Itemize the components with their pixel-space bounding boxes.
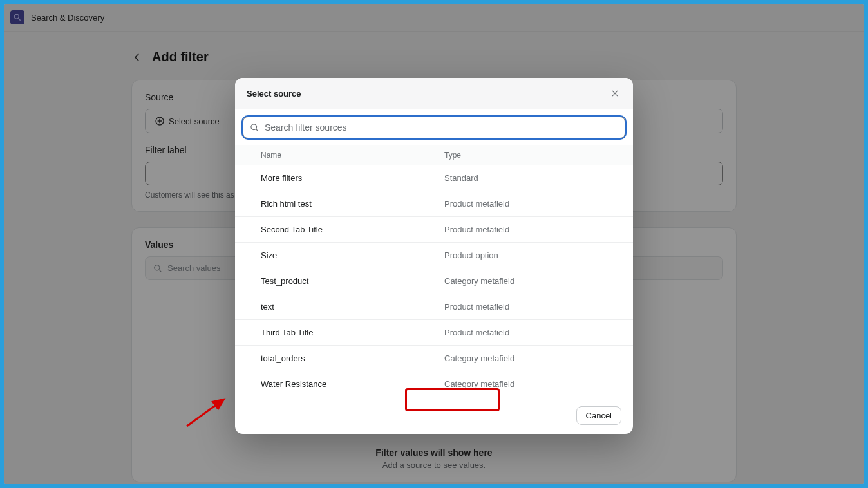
source-row-name: Third Tab Title	[261, 328, 444, 337]
source-row[interactable]: More filtersStandard	[235, 165, 633, 191]
col-header-type: Type	[444, 151, 621, 160]
col-header-name: Name	[261, 151, 444, 160]
close-icon[interactable]	[609, 87, 621, 100]
source-row-name: Test_product	[261, 276, 444, 286]
source-row-type: Product metafield	[444, 199, 621, 209]
source-row-type: Product option	[444, 250, 621, 260]
source-row-type: Product metafield	[444, 302, 621, 312]
modal-search-input[interactable]	[265, 122, 618, 133]
modal-title: Select source	[247, 89, 301, 99]
svg-point-9	[251, 124, 257, 129]
modal-search-field[interactable]	[243, 117, 625, 138]
source-row-type: Category metafield	[444, 353, 621, 363]
source-row[interactable]: Second Tab TitleProduct metafield	[235, 217, 633, 243]
source-row[interactable]: Third Tab TitleProduct metafield	[235, 320, 633, 346]
list-header: Name Type	[235, 145, 633, 165]
source-row-name: Rich html test	[261, 199, 444, 209]
svg-line-10	[256, 129, 258, 131]
source-row[interactable]: Rich html testProduct metafield	[235, 191, 633, 217]
source-row-type: Category metafield	[444, 276, 621, 286]
source-row-type: Product metafield	[444, 328, 621, 337]
source-row-type: Product metafield	[444, 225, 621, 234]
source-row[interactable]: total_ordersCategory metafield	[235, 346, 633, 371]
source-row-name: total_orders	[261, 353, 444, 363]
search-icon	[250, 123, 259, 133]
source-row[interactable]: Water ResistanceCategory metafield	[235, 371, 633, 397]
source-row-name: text	[261, 302, 444, 312]
source-row-name: Water Resistance	[261, 379, 444, 389]
source-row[interactable]: textProduct metafield	[235, 294, 633, 320]
select-source-modal: Select source Name Type More filtersStan…	[235, 78, 633, 434]
source-row-name: More filters	[261, 173, 444, 183]
cancel-button[interactable]: Cancel	[576, 406, 621, 425]
source-row-name: Second Tab Title	[261, 225, 444, 234]
source-row-type: Category metafield	[444, 379, 621, 389]
source-row-type: Standard	[444, 173, 621, 183]
source-row[interactable]: Test_productCategory metafield	[235, 268, 633, 294]
source-row-name: Size	[261, 250, 444, 260]
source-row[interactable]: SizeProduct option	[235, 243, 633, 268]
